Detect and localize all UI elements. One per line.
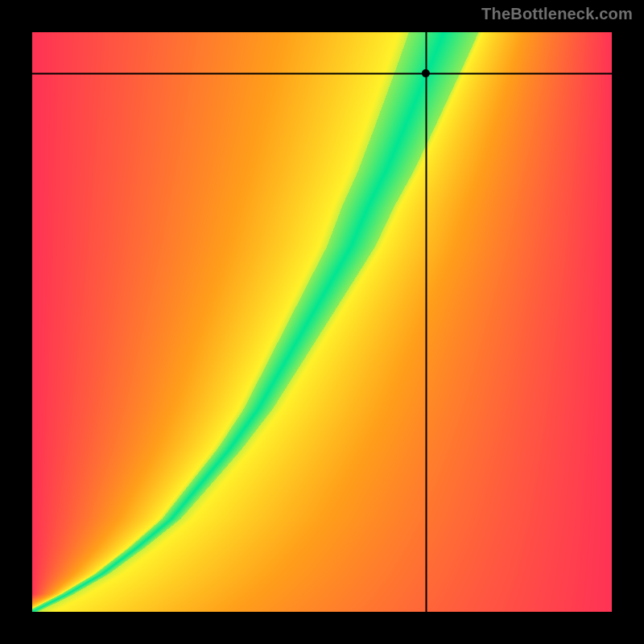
heatmap-plot xyxy=(32,32,612,612)
watermark-text: TheBottleneck.com xyxy=(481,5,633,23)
chart-stage: TheBottleneck.com xyxy=(0,0,644,644)
heatmap-canvas xyxy=(32,32,612,612)
